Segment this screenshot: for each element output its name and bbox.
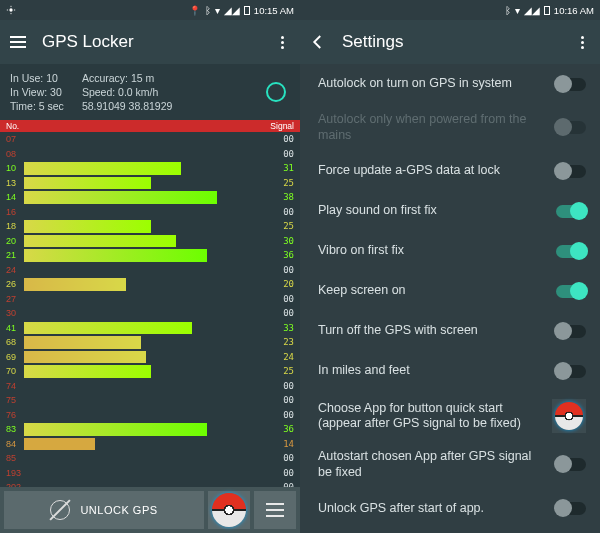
satellite-row: 7500 bbox=[0, 393, 300, 408]
settings-row[interactable]: Vibro on first fix bbox=[300, 231, 600, 271]
signal-value: 00 bbox=[278, 308, 300, 318]
satellite-row: 7600 bbox=[0, 408, 300, 423]
battery-icon bbox=[544, 6, 550, 15]
sat-number: 16 bbox=[0, 207, 24, 217]
signal-bar bbox=[24, 335, 278, 350]
sat-number: 76 bbox=[0, 410, 24, 420]
gps-info-panel: In Use: 10 In View: 30 Time: 5 sec Accur… bbox=[0, 64, 300, 120]
settings-toggle[interactable] bbox=[556, 285, 586, 298]
header-signal: Signal bbox=[270, 121, 294, 131]
satellite-row: 8336 bbox=[0, 422, 300, 437]
signal-bar bbox=[24, 422, 278, 437]
satellite-list[interactable]: 0700080010311325143816001825203021362400… bbox=[0, 132, 300, 487]
signal-value: 25 bbox=[278, 366, 300, 376]
coords-label: 58.91049 38.81929 bbox=[82, 100, 173, 112]
accuracy-label: Accuracy: 15 m bbox=[82, 72, 173, 84]
signal-bar bbox=[24, 132, 278, 147]
wifi-icon: ▾ bbox=[515, 5, 520, 16]
settings-toggle[interactable] bbox=[556, 165, 586, 178]
main-screen: 📍 ᛒ ▾ ◢◢ 10:15 AM GPS Locker In Use: 10 … bbox=[0, 0, 300, 533]
settings-row[interactable]: Autolock on turn on GPS in system bbox=[300, 64, 600, 104]
signal-bar bbox=[24, 263, 278, 278]
in-use-label: In Use: 10 bbox=[10, 72, 64, 84]
wifi-icon: ▾ bbox=[215, 5, 220, 16]
satellite-row: 2136 bbox=[0, 248, 300, 263]
more-menu-icon[interactable] bbox=[272, 32, 292, 52]
settings-toggle[interactable] bbox=[556, 365, 586, 378]
signal-value: 00 bbox=[278, 453, 300, 463]
status-time: 10:16 AM bbox=[554, 5, 594, 16]
status-time: 10:15 AM bbox=[254, 5, 294, 16]
settings-toggle bbox=[556, 121, 586, 134]
pokeball-icon bbox=[555, 402, 583, 430]
settings-row[interactable]: Turn off the GPS with screen bbox=[300, 311, 600, 351]
gps-off-icon bbox=[50, 500, 70, 520]
satellite-row: 1438 bbox=[0, 190, 300, 205]
satellite-row: 0700 bbox=[0, 132, 300, 147]
unlock-gps-label: UNLOCK GPS bbox=[80, 504, 157, 516]
unlock-gps-button[interactable]: UNLOCK GPS bbox=[4, 491, 204, 529]
bluetooth-icon: ᛒ bbox=[505, 5, 511, 16]
signal-value: 38 bbox=[278, 192, 300, 202]
settings-list[interactable]: Autolock on turn on GPS in systemAutoloc… bbox=[300, 64, 600, 533]
satellite-row: 1825 bbox=[0, 219, 300, 234]
signal-value: 25 bbox=[278, 178, 300, 188]
signal-bar bbox=[24, 205, 278, 220]
satellite-row: 2700 bbox=[0, 292, 300, 307]
settings-toggle[interactable] bbox=[556, 325, 586, 338]
app-bar: GPS Locker bbox=[0, 20, 300, 64]
signal-value: 00 bbox=[278, 149, 300, 159]
sat-number: 70 bbox=[0, 366, 24, 376]
sat-number: 18 bbox=[0, 221, 24, 231]
settings-label: Autostart chosen App after GPS signal be… bbox=[318, 449, 556, 480]
sat-list-header: No. Signal bbox=[0, 120, 300, 132]
signal-value: 00 bbox=[278, 294, 300, 304]
settings-row[interactable]: Keep screen on bbox=[300, 271, 600, 311]
settings-toggle[interactable] bbox=[556, 458, 586, 471]
status-bar: 📍 ᛒ ▾ ◢◢ 10:15 AM bbox=[0, 0, 300, 20]
sat-number: 84 bbox=[0, 439, 24, 449]
fix-indicator-icon bbox=[266, 82, 286, 102]
satellite-row: 19300 bbox=[0, 466, 300, 481]
sat-number: 24 bbox=[0, 265, 24, 275]
settings-label: Unlock GPS after start of app. bbox=[318, 501, 556, 517]
signal-value: 33 bbox=[278, 323, 300, 333]
settings-row[interactable]: In miles and feet bbox=[300, 351, 600, 391]
settings-row[interactable]: Autostart chosen App after GPS signal be… bbox=[300, 441, 600, 488]
satellite-row: 2620 bbox=[0, 277, 300, 292]
settings-toggle[interactable] bbox=[556, 205, 586, 218]
signal-bar bbox=[24, 292, 278, 307]
settings-row[interactable]: Play sound on first fix bbox=[300, 191, 600, 231]
settings-toggle[interactable] bbox=[556, 78, 586, 91]
sat-number: 68 bbox=[0, 337, 24, 347]
sat-number: 08 bbox=[0, 149, 24, 159]
satellite-row: 7025 bbox=[0, 364, 300, 379]
settings-row[interactable]: Choose App for button quick start (appea… bbox=[300, 391, 600, 441]
satellite-row: 20200 bbox=[0, 480, 300, 487]
settings-toggle[interactable] bbox=[556, 502, 586, 515]
choose-app-icon[interactable] bbox=[552, 399, 586, 433]
quick-launch-app-button[interactable] bbox=[208, 491, 250, 529]
svg-point-0 bbox=[9, 8, 12, 11]
sat-number: 30 bbox=[0, 308, 24, 318]
list-button[interactable] bbox=[254, 491, 296, 529]
satellite-row: 4133 bbox=[0, 321, 300, 336]
settings-toggle[interactable] bbox=[556, 245, 586, 258]
sat-number: 27 bbox=[0, 294, 24, 304]
signal-value: 20 bbox=[278, 279, 300, 289]
signal-bar bbox=[24, 277, 278, 292]
signal-value: 30 bbox=[278, 236, 300, 246]
satellite-row: 8414 bbox=[0, 437, 300, 452]
sat-number: 41 bbox=[0, 323, 24, 333]
menu-icon[interactable] bbox=[8, 32, 28, 52]
signal-value: 36 bbox=[278, 250, 300, 260]
time-label: Time: 5 sec bbox=[10, 100, 64, 112]
signal-value: 00 bbox=[278, 207, 300, 217]
more-menu-icon[interactable] bbox=[572, 32, 592, 52]
in-view-label: In View: 30 bbox=[10, 86, 64, 98]
settings-row[interactable]: Force update a-GPS data at lock bbox=[300, 151, 600, 191]
signal-bar bbox=[24, 379, 278, 394]
settings-label: Autolock only when powered from the main… bbox=[318, 112, 556, 143]
settings-row[interactable]: Unlock GPS after start of app. bbox=[300, 489, 600, 529]
back-icon[interactable] bbox=[308, 32, 328, 52]
